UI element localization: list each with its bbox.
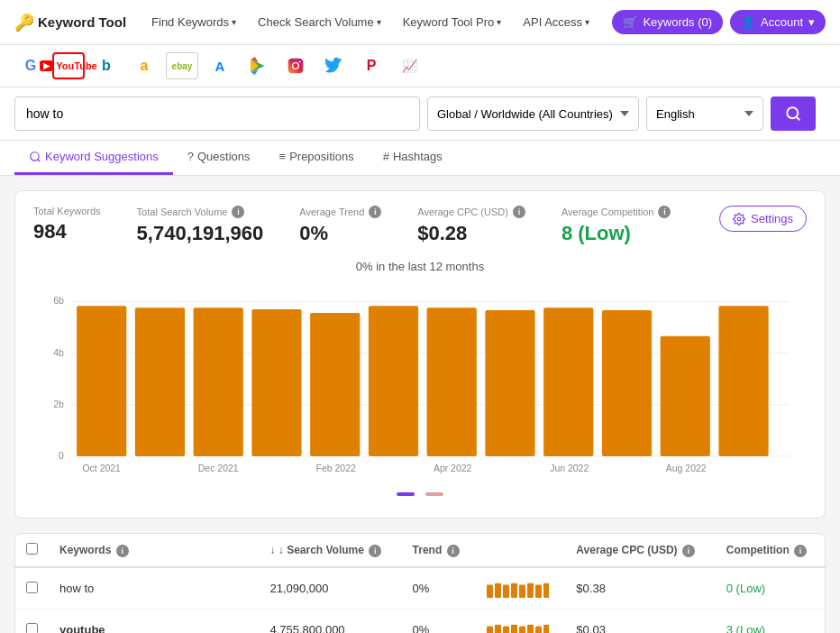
col-header-competition: Competition i [716, 534, 825, 567]
settings-icon [733, 213, 745, 225]
source-tab-trends[interactable]: 📈 [393, 52, 425, 79]
trend-cell: 0% [402, 610, 475, 634]
mini-chart [486, 576, 549, 598]
search-input[interactable] [14, 96, 420, 131]
col-header-keyword: Keywords i [49, 534, 259, 567]
stat-total-keywords: Total Keywords 984 [33, 206, 101, 243]
chevron-down-icon: ▾ [808, 15, 815, 29]
svg-rect-19 [251, 309, 301, 456]
logo[interactable]: 🔑 Keyword Tool [14, 13, 126, 32]
svg-text:Jun 2022: Jun 2022 [550, 463, 589, 473]
svg-point-5 [31, 151, 39, 160]
nav-api[interactable]: API Access ▾ [516, 10, 597, 34]
total-keywords-label: Total Keywords [33, 206, 101, 216]
svg-rect-36 [503, 585, 509, 598]
svg-rect-35 [495, 583, 501, 598]
col-header-search-volume[interactable]: ↓ ↓ Search Volume i [259, 534, 401, 567]
svg-text:4b: 4b [53, 348, 64, 358]
search-bar: Global / Worldwide (All Countries) Unite… [0, 87, 840, 141]
svg-rect-23 [485, 310, 534, 456]
main-content: Total Keywords 984 Total Search Volume i… [0, 176, 840, 633]
svg-text:Oct 2021: Oct 2021 [82, 463, 121, 473]
total-volume-value: 5,740,191,960 [137, 222, 264, 245]
source-tab-youtube[interactable]: ▶ YouTube [52, 52, 85, 79]
svg-point-2 [299, 61, 301, 63]
source-tab-ebay[interactable]: ebay [166, 52, 198, 79]
row-checkbox[interactable] [26, 623, 38, 634]
avg-competition-info-icon[interactable]: i [658, 206, 671, 218]
settings-button[interactable]: Settings [719, 206, 807, 232]
avg-cpc-col-info[interactable]: i [682, 545, 695, 557]
total-volume-info-icon[interactable]: i [232, 206, 244, 218]
svg-text:Feb 2022: Feb 2022 [316, 463, 356, 473]
svg-line-6 [38, 159, 41, 161]
search-button[interactable] [771, 96, 816, 131]
svg-text:0: 0 [59, 451, 64, 461]
source-tab-bing[interactable]: b [90, 52, 123, 79]
source-tab-playstore[interactable] [242, 52, 274, 79]
location-select[interactable]: Global / Worldwide (All Countries) Unite… [427, 96, 639, 131]
avg-competition-label: Average Competition i [562, 206, 671, 218]
svg-line-4 [796, 116, 799, 119]
competition-col-info[interactable]: i [794, 545, 807, 557]
keyword-col-info[interactable]: i [116, 545, 129, 557]
avg-cpc-info-icon[interactable]: i [513, 206, 525, 218]
stat-avg-cpc: Average CPC (USD) i $0.28 [417, 206, 525, 245]
svg-text:Aug 2022: Aug 2022 [666, 463, 707, 473]
svg-rect-44 [503, 627, 509, 633]
chevron-down-icon: ▾ [232, 17, 236, 27]
nav-check-volume[interactable]: Check Search Volume ▾ [251, 10, 388, 34]
source-tab-twitter[interactable] [317, 52, 350, 79]
hashtags-icon: # [383, 150, 389, 163]
account-button[interactable]: 👤 Account ▾ [730, 10, 826, 34]
avg-trend-info-icon[interactable]: i [369, 206, 381, 218]
legend-item-2 [425, 492, 443, 496]
mini-chart [486, 618, 549, 633]
keywords-table-card: Keywords i ↓ ↓ Search Volume i Trend i A… [14, 533, 826, 633]
svg-rect-39 [527, 583, 534, 598]
tab-keyword-suggestions[interactable]: Keyword Suggestions [14, 141, 173, 175]
cart-button[interactable]: 🛒 Keywords (0) [612, 10, 723, 34]
tab-questions[interactable]: ? Questions [173, 141, 265, 175]
youtube-logo: ▶ [40, 60, 53, 71]
row-checkbox[interactable] [26, 582, 38, 593]
total-keywords-value: 984 [33, 220, 101, 243]
nav-api-label: API Access [523, 15, 582, 29]
source-tab-instagram[interactable] [279, 52, 312, 79]
prepositions-icon: ≡ [279, 150, 287, 163]
svg-rect-17 [135, 307, 185, 456]
trend-cell: 0% [402, 567, 475, 610]
source-tab-appstore[interactable]: A [204, 52, 236, 79]
avg-trend-label: Average Trend i [299, 206, 381, 218]
svg-rect-37 [511, 583, 517, 598]
nav-pro[interactable]: Keyword Tool Pro ▾ [396, 10, 509, 34]
tab-hashtags-label: Hashtags [393, 150, 443, 163]
trend-col-info[interactable]: i [447, 545, 460, 557]
nav-find-keywords[interactable]: Find Keywords ▾ [144, 10, 243, 34]
total-volume-label: Total Search Volume i [137, 206, 264, 218]
avg-cpc-value: $0.28 [417, 222, 525, 245]
source-tab-amazon[interactable]: a [128, 52, 160, 79]
sort-arrow: ↓ [269, 544, 278, 556]
svg-rect-18 [194, 307, 243, 456]
playstore-icon [249, 57, 267, 75]
competition-cell: 3 (Low) [716, 610, 825, 634]
twitter-icon [324, 57, 342, 75]
svg-rect-48 [535, 627, 542, 633]
select-all-checkbox[interactable] [26, 543, 38, 555]
svg-rect-42 [487, 627, 493, 633]
chart-title: 0% in the last 12 months [33, 260, 807, 273]
tab-prepositions[interactable]: ≡ Prepositions [265, 141, 369, 175]
svg-rect-45 [511, 625, 517, 633]
svg-rect-21 [369, 306, 418, 456]
svg-rect-22 [427, 307, 477, 456]
source-tab-pinterest[interactable]: P [355, 52, 388, 79]
search-volume-cell: 4,755,800,000 [259, 610, 401, 634]
language-select[interactable]: English Spanish French [646, 96, 763, 131]
svg-rect-43 [495, 625, 501, 633]
account-label: Account [761, 15, 803, 29]
svg-rect-41 [543, 583, 549, 598]
chart-container: 0% in the last 12 months 6b 4b 2b 0 [33, 245, 807, 503]
tab-hashtags[interactable]: # Hashtags [369, 141, 457, 175]
search-volume-col-info[interactable]: i [369, 545, 381, 557]
